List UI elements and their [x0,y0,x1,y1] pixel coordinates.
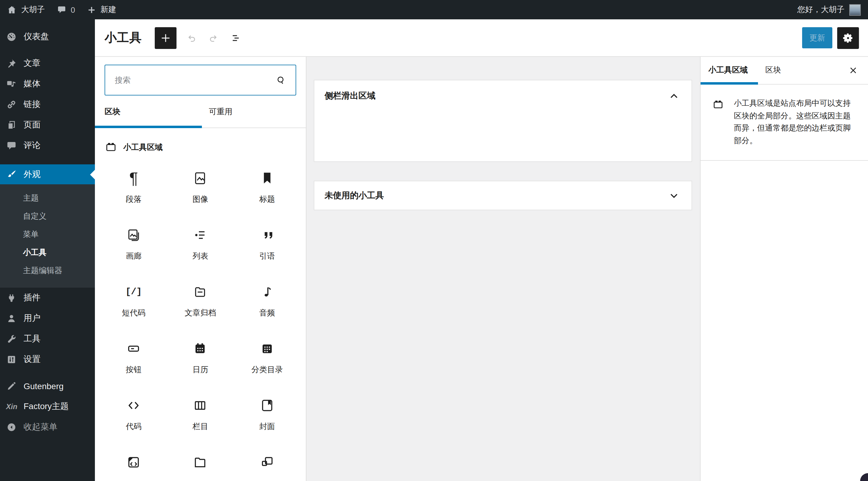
block-item-calendar[interactable]: 日历 [167,330,234,387]
widget-area-section-header: 小工具区域 [95,128,306,154]
block-grid: ¶ 段落 图像 标题 画廊 [95,154,306,481]
block-item-custom-html[interactable] [100,444,167,481]
avatar [849,4,861,15]
comment-bubble-icon [57,5,66,14]
block-item-image[interactable]: 图像 [167,160,234,216]
block-item-code[interactable]: 代码 [100,387,167,444]
audio-note-icon [259,284,275,300]
widget-area-panel-header[interactable]: 未使用的小工具 [314,181,691,210]
sidebar-item-collapse-menu[interactable]: 收起菜单 [0,417,95,438]
plug-icon [6,292,17,303]
search-input[interactable] [104,65,296,95]
pages-icon [6,120,17,130]
sidebar-item-tools[interactable]: 工具 [0,329,95,349]
sidebar-item-media[interactable]: 媒体 [0,74,95,94]
search-icon [274,73,288,87]
divider [701,160,868,161]
plus-icon [159,31,172,44]
sidebar-item-xin-factory-theme[interactable]: Xin Factory主题 [0,396,95,417]
submenu-item-themes[interactable]: 主题 [0,189,95,207]
admin-bar-site[interactable]: 大胡子 [7,4,45,15]
block-label: 列表 [192,251,208,262]
tab-reusable[interactable]: 可重用 [202,95,306,128]
sidebar-item-users[interactable]: 用户 [0,308,95,329]
block-item-list[interactable]: 列表 [167,216,234,273]
wrench-icon [6,333,17,345]
archive-card-icon [192,284,208,300]
block-item-file[interactable] [167,444,234,481]
gallery-icon [126,227,142,243]
close-icon [848,65,858,75]
block-label: 图像 [192,194,208,205]
menu-spacer [0,19,95,27]
sidebar-item-label: 用户 [24,313,40,324]
submenu-item-theme-editor[interactable]: 主题编辑器 [0,262,95,280]
widget-area-panel-sidebar-slideout: 侧栏滑出区域 [314,80,692,162]
custom-html-icon [126,454,142,470]
chevron-down-icon[interactable] [667,188,681,203]
sidebar-item-gutenberg[interactable]: Gutenberg [0,376,95,396]
sidebar-item-links[interactable]: 链接 [0,94,95,115]
block-item-audio[interactable]: 音频 [234,273,301,330]
settings-tabs: 小工具区域 区块 [701,56,868,85]
tab-block[interactable]: 区块 [765,65,781,75]
block-label: 音频 [259,308,275,318]
block-item-quote[interactable]: 引语 [234,216,301,273]
tab-blocks[interactable]: 区块 [95,95,202,128]
tab-label: 区块 [104,106,120,117]
sidebar-item-comments[interactable]: 评论 [0,135,95,156]
settings-gear-button[interactable] [837,27,859,49]
block-item-categories[interactable]: 分类目录 [234,330,301,387]
sidebar-item-label: Factory主题 [24,401,69,412]
sidebar-item-pages[interactable]: 页面 [0,115,95,135]
sidebar-item-plugins[interactable]: 插件 [0,288,95,308]
block-item-gallery[interactable]: 画廊 [100,216,167,273]
block-item-heading[interactable]: 标题 [234,160,301,216]
list-icon [192,227,208,243]
block-item-archives[interactable]: 文章归档 [167,273,234,330]
list-view-button[interactable] [226,28,245,47]
widget-area-icon [104,141,117,154]
block-item-shortcode[interactable]: [/] 短代码 [100,273,167,330]
sidebar-item-label: 仪表盘 [24,31,49,42]
tab-label: 可重用 [209,106,232,117]
submenu-label: 主题 [23,193,39,204]
block-item-columns[interactable]: 栏目 [167,387,234,444]
sidebar-item-label: 外观 [24,169,40,180]
admin-bar-account[interactable]: 您好，大胡子 [797,4,868,15]
block-label: 引语 [259,251,275,262]
search-box [104,65,296,95]
widget-area-panel-header[interactable]: 侧栏滑出区域 [314,81,691,112]
tab-widget-areas[interactable]: 小工具区域 [701,65,748,75]
sidebar-item-posts[interactable]: 文章 [0,53,95,74]
admin-bar-new[interactable]: 新建 [87,4,116,15]
block-item-paragraph[interactable]: ¶ 段落 [100,160,167,216]
page-title: 小工具 [104,30,142,46]
block-item-cover[interactable]: 封面 [234,387,301,444]
calendar-icon [192,341,208,356]
update-button[interactable]: 更新 [802,27,832,49]
close-settings-button[interactable] [846,63,860,77]
block-item-button[interactable]: 按钮 [100,330,167,387]
active-tab-underline [701,82,758,85]
block-item-media-text[interactable] [234,444,301,481]
comments-icon [6,140,17,151]
undo-button[interactable] [182,28,201,47]
submenu-item-menus[interactable]: 菜单 [0,225,95,244]
sidebar-item-appearance[interactable]: 外观 [0,164,95,184]
block-inserter-toggle-button[interactable] [154,27,176,49]
sidebar-item-label: 文章 [24,58,40,69]
sidebar-item-settings[interactable]: 设置 [0,349,95,370]
submenu-item-customize[interactable]: 自定义 [0,207,95,225]
chevron-up-icon[interactable] [667,89,681,103]
admin-bar-comments[interactable]: 0 [57,5,75,14]
block-label: 标题 [259,194,275,205]
sidebar-item-dashboard[interactable]: 仪表盘 [0,27,95,47]
admin-menu: 仪表盘 文章 媒体 链接 页面 [0,19,95,481]
submenu-item-widgets[interactable]: 小工具 [0,244,95,262]
redo-button[interactable] [204,28,223,47]
widget-area-title: 未使用的小工具 [324,190,384,201]
cover-icon [259,397,275,413]
paintbrush-icon [6,169,17,180]
appearance-submenu: 主题 自定义 菜单 小工具 主题编辑器 [0,184,95,288]
